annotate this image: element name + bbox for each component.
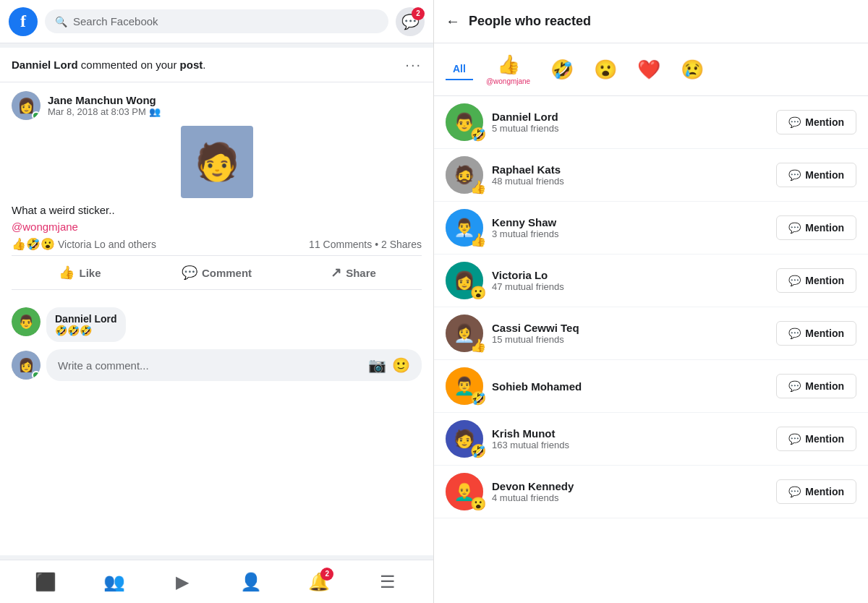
person-avatar: 👩 😮 xyxy=(446,262,483,299)
mention-btn-label: Mention xyxy=(805,116,844,128)
nav-friends[interactable]: 👥 xyxy=(98,566,130,598)
mention-button[interactable]: 💬 Mention xyxy=(776,427,856,451)
camera-icon[interactable]: 📷 xyxy=(368,356,386,374)
like-button[interactable]: 👍 Like xyxy=(12,259,148,286)
person-reaction-badge: 👍 xyxy=(470,338,486,354)
comment-input-row: 👩 Write a comment... 📷 🙂 xyxy=(12,349,422,381)
post-image-container: 🧑 xyxy=(12,126,422,198)
mention-btn-icon: 💬 xyxy=(788,380,801,392)
mention-btn-label: Mention xyxy=(805,328,844,339)
mention-btn-icon: 💬 xyxy=(788,222,801,234)
mention-button[interactable]: 💬 Mention xyxy=(776,321,856,346)
facebook-logo: f xyxy=(9,7,38,36)
post-image-content: 🧑 xyxy=(195,141,239,183)
friends-icon: 👥 xyxy=(103,572,125,592)
right-panel: ← People who reacted All 👍 @wongmjane 🤣 … xyxy=(434,0,868,603)
mention-btn-icon: 💬 xyxy=(788,328,801,339)
reactions-row: 👍 🤣 😮 Victoria Lo and others 11 Comments… xyxy=(12,237,422,251)
comment-button[interactable]: 💬 Comment xyxy=(148,259,285,286)
post-author-name: Jane Manchun Wong xyxy=(48,94,161,106)
tab-haha-emoji: 🤣 xyxy=(550,59,574,81)
notifications-badge: 2 xyxy=(320,568,333,581)
mention-button[interactable]: 💬 Mention xyxy=(776,479,856,504)
notification-period: . xyxy=(203,59,205,71)
notification-item: Danniel Lord commented on your post. ··· xyxy=(0,48,433,82)
person-reaction-badge: 😮 xyxy=(470,496,486,512)
person-row: 🧔 👍 Raphael Kats 48 mutual friends 💬 Men… xyxy=(434,149,868,202)
tab-love[interactable]: ❤️ xyxy=(630,54,668,85)
wow-reaction: 😮 xyxy=(41,237,55,251)
mention-button[interactable]: 💬 Mention xyxy=(776,268,856,293)
post-author-info: Jane Manchun Wong Mar 8, 2018 at 8:03 PM… xyxy=(48,94,161,117)
fb-logo-letter: f xyxy=(20,12,26,31)
comment-placeholder: Write a comment... xyxy=(58,359,149,372)
post-meta: Mar 8, 2018 at 8:03 PM 👥 xyxy=(48,106,161,117)
tab-sad[interactable]: 😢 xyxy=(673,54,711,85)
search-bar[interactable]: 🔍 Search Facebook xyxy=(45,9,388,33)
mention-button[interactable]: 💬 Mention xyxy=(776,215,856,240)
person-info: Devon Kennedy 4 mutual friends xyxy=(492,480,767,503)
mention-button[interactable]: 💬 Mention xyxy=(776,163,856,187)
nav-home[interactable]: ⬛ xyxy=(30,566,61,598)
shares-count: 2 Shares xyxy=(381,239,422,250)
mention-button[interactable]: 💬 Mention xyxy=(776,374,856,398)
notification-middle: commented on your xyxy=(81,59,180,71)
comment-input[interactable]: Write a comment... 📷 🙂 xyxy=(46,349,422,381)
person-avatar: 🧑 🤣 xyxy=(446,420,483,458)
people-list: 👨 🤣 Danniel Lord 5 mutual friends 💬 Ment… xyxy=(434,96,868,603)
tab-all-label: All xyxy=(453,63,466,74)
person-avatar: 👨 🤣 xyxy=(446,103,483,141)
post-mention-tag[interactable]: @wongmjane xyxy=(12,221,78,233)
person-mutual: 15 mutual friends xyxy=(492,334,767,345)
notification-post-word: post xyxy=(180,59,203,71)
person-name: Kenny Shaw xyxy=(492,216,767,228)
mention-btn-icon: 💬 xyxy=(788,433,801,445)
person-row: 🧑 🤣 Krish Munot 163 mutual friends 💬 Men… xyxy=(434,413,868,466)
comment-author: Danniel Lord xyxy=(55,313,117,325)
person-name: Victoria Lo xyxy=(492,269,767,281)
comment-input-icons: 📷 🙂 xyxy=(368,356,410,374)
nav-profile[interactable]: 👤 xyxy=(235,566,267,598)
share-button[interactable]: ↗ Share xyxy=(285,259,422,286)
mention-btn-label: Mention xyxy=(805,433,844,445)
tab-wow-emoji: 😮 xyxy=(594,59,617,81)
person-reaction-badge: 😮 xyxy=(470,285,486,301)
messenger-badge: 2 xyxy=(412,7,425,20)
tab-wow[interactable]: 😮 xyxy=(587,54,624,85)
person-row: 👨 🤣 Danniel Lord 5 mutual friends 💬 Ment… xyxy=(434,96,868,149)
nav-menu[interactable]: ☰ xyxy=(372,566,404,598)
messenger-button[interactable]: 💬 2 xyxy=(396,7,425,36)
mention-btn-label: Mention xyxy=(805,380,844,392)
person-info: Cassi Cewwi Teq 15 mutual friends xyxy=(492,322,767,345)
person-name: Raphael Kats xyxy=(492,163,767,176)
emoji-icon[interactable]: 🙂 xyxy=(392,356,410,374)
back-button[interactable]: ← xyxy=(446,13,460,30)
post-date: Mar 8, 2018 at 8:03 PM xyxy=(48,106,146,117)
commenter-avatar: 👨 xyxy=(12,307,41,336)
spacer xyxy=(0,390,433,555)
search-input[interactable]: Search Facebook xyxy=(73,15,158,27)
online-indicator xyxy=(32,111,41,120)
tab-all[interactable]: All xyxy=(446,59,473,80)
person-mutual: 4 mutual friends xyxy=(492,492,767,503)
reaction-emojis: 👍 🤣 😮 xyxy=(12,237,55,251)
menu-icon: ☰ xyxy=(380,572,396,592)
tab-haha[interactable]: 🤣 xyxy=(543,54,581,85)
person-info: Krish Munot 163 mutual friends xyxy=(492,427,767,450)
tab-like-user: @wongmjane xyxy=(486,77,530,85)
nav-watch[interactable]: ▶ xyxy=(166,566,198,598)
more-options-button[interactable]: ··· xyxy=(405,56,422,73)
tab-like[interactable]: 👍 @wongmjane xyxy=(479,49,537,90)
current-user-online xyxy=(32,371,41,380)
person-reaction-badge: 👍 xyxy=(470,232,486,248)
mention-button[interactable]: 💬 Mention xyxy=(776,110,856,134)
tab-love-emoji: ❤️ xyxy=(637,59,660,81)
person-name: Sohieb Mohamed xyxy=(492,380,767,393)
watch-icon: ▶ xyxy=(176,572,189,592)
person-reaction-badge: 🤣 xyxy=(470,443,486,459)
person-row: 👨‍🦱 🤣 Sohieb Mohamed 💬 Mention xyxy=(434,360,868,413)
nav-notifications[interactable]: 🔔 2 xyxy=(303,566,335,598)
person-mutual: 48 mutual friends xyxy=(492,176,767,187)
mention-btn-label: Mention xyxy=(805,275,844,286)
comment-icon: 💬 xyxy=(182,265,197,281)
